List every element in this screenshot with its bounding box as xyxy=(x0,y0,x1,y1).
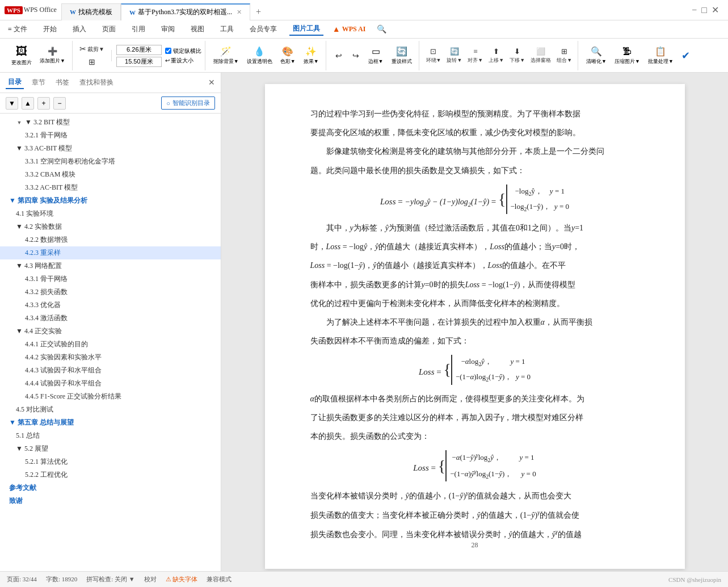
wrap-button[interactable]: ⊡ 环绕▼ xyxy=(424,46,444,65)
tab-wps-templates[interactable]: W 找稿壳模板 xyxy=(61,3,121,20)
search-icon[interactable]: 🔍 xyxy=(377,24,386,34)
csdn-watermark: CSDN @shejizuopin xyxy=(668,576,721,583)
toc-list: ▼▼ 3.2 BIT 模型 3.2.1 骨干网络 ▼ 3.3 AC-BIT 模型… xyxy=(0,114,221,571)
minimize-button[interactable]: − xyxy=(692,5,697,15)
redo-button[interactable]: ↪ xyxy=(348,50,364,62)
height-input[interactable] xyxy=(116,57,162,67)
toc-item-algo-opt[interactable]: 5.2.1 算法优化 xyxy=(0,455,221,468)
menu-insert[interactable]: 插入 xyxy=(69,23,90,35)
toc-item-ortho-goal[interactable]: 4.4.1 正交试验的目的 xyxy=(0,338,221,351)
toc-item-prospect[interactable]: ▼ 5.2 展望 xyxy=(0,442,221,455)
confirm-button[interactable]: ✔ xyxy=(678,48,694,63)
toc-item-compare-test[interactable]: 4.5 对比测试 xyxy=(0,403,221,416)
toc-item-ortho-combo2[interactable]: 4.4.4 试验因子和水平组合 xyxy=(0,377,221,390)
menu-tools[interactable]: 工具 xyxy=(217,23,237,35)
toc-item-data-aug[interactable]: 4.2.2 数据增强 xyxy=(0,233,221,246)
toc-item-activation[interactable]: 4.3.4 激活函数 xyxy=(0,312,221,325)
sidebar-controls: ▼ ▲ + − ○ 智能识别目录 xyxy=(0,93,221,114)
sidebar-close-button[interactable]: ✕ xyxy=(208,78,215,87)
toc-item-exp-env[interactable]: 4.1 实验环境 xyxy=(0,207,221,220)
expand-up-button[interactable]: ▲ xyxy=(22,97,34,110)
select-pane-button[interactable]: ⬜ 选择窗格 xyxy=(528,46,553,65)
formula1-container: Loss = −ylog2ŷ − (1−y)log2(1−ŷ) = { −log… xyxy=(310,185,639,214)
toc-item-net-config[interactable]: ▼ 4.3 网络配置 xyxy=(0,259,221,272)
toc-item-optimizer[interactable]: 4.3.3 优化器 xyxy=(0,299,221,312)
border-button[interactable]: ▭ 边框▼ xyxy=(365,45,387,66)
group-button[interactable]: ⊞ 组合▼ xyxy=(554,46,574,65)
maximize-button[interactable]: □ xyxy=(701,5,707,15)
toc-item-chap5[interactable]: ▼ 第五章 总结与展望 xyxy=(0,416,221,429)
menu-view[interactable]: 视图 xyxy=(187,23,208,35)
proofread-button[interactable]: 校对 xyxy=(144,575,157,584)
add-item-button[interactable]: + xyxy=(37,97,50,110)
menu-image-tools[interactable]: 图片工具 xyxy=(289,23,323,36)
align-button[interactable]: ≡ 对齐▼ xyxy=(465,46,485,65)
spell-check[interactable]: 拼写检查: 关闭 ▼ xyxy=(86,575,134,584)
expand-down-button[interactable]: ▼ xyxy=(6,97,18,110)
move-up-button[interactable]: ⬆ 上移▼ xyxy=(486,46,506,65)
toc-item-acknowledgment[interactable]: 致谢 xyxy=(0,494,221,508)
crop-button[interactable]: ✂ 裁剪▼ xyxy=(77,43,107,55)
toc-item-backbone1[interactable]: 3.2.1 骨干网络 xyxy=(0,129,221,142)
batch-process-button[interactable]: 📋 批量处理▼ xyxy=(645,45,677,66)
sidebar-tab-chapters[interactable]: 章节 xyxy=(30,77,48,89)
crop-shape-button[interactable]: ⊞ xyxy=(84,56,100,68)
toolbar-border-group: ↩ ↪ ▭ 边框▼ 🔄 重设样式 xyxy=(327,41,419,70)
tab-document[interactable]: W 基于Python3.7实现的双时相遥... ✕ xyxy=(121,3,250,20)
remove-item-button[interactable]: − xyxy=(53,97,66,110)
sidebar-tab-bookmarks[interactable]: 书签 xyxy=(53,77,71,89)
menu-home[interactable]: 开始 xyxy=(40,23,60,35)
move-down-button[interactable]: ⬇ 下移▼ xyxy=(507,46,527,65)
change-image-button[interactable]: 🖼 更改图片 xyxy=(8,44,35,68)
toc-item-eng-opt[interactable]: 5.2.2 工程优化 xyxy=(0,468,221,481)
toc-item-ac-bit-model[interactable]: 3.3.2 AC-BIT 模型 xyxy=(0,181,221,194)
toc-item-summary[interactable]: 5.1 总结 xyxy=(0,429,221,442)
doc-para3-cont2: Loss = −log(1−ŷ)，ŷ的值越小（越接近真实样本），Loss的值越小… xyxy=(310,258,639,272)
formula3-container: Loss = { −α(1−ŷ)γlog2ŷ， y = 1 −(1−α)ŷγlo… xyxy=(310,450,639,481)
color-button[interactable]: 🎨 色彩▼ xyxy=(277,45,299,66)
toc-item-ortho-exp[interactable]: ▼ 4.4 正交实验 xyxy=(0,325,221,338)
toc-item-aspp[interactable]: 3.3.1 空洞空间卷积池化金字塔 xyxy=(0,155,221,168)
remove-bg-button[interactable]: 🪄 抠除背景▼ xyxy=(210,45,242,66)
toc-item-loss-func[interactable]: 4.3.2 损失函数 xyxy=(0,286,221,299)
missing-font-warning[interactable]: ⚠ 缺失字体 xyxy=(166,575,197,584)
sidebar-tab-toc[interactable]: 目录 xyxy=(6,76,24,89)
undo-button[interactable]: ↩ xyxy=(331,50,347,62)
toc-item-chap4[interactable]: ▼ 第四章 实验及结果分析 xyxy=(0,194,221,207)
doc-area[interactable]: 习的过程中学习到一些伪变化特征，影响模型的预测精度。为了平衡样本数据 要提高变化… xyxy=(221,73,728,571)
toc-item-ortho-combo1[interactable]: 4.4.3 试验因子和水平组合 xyxy=(0,364,221,377)
toc-item-f1-score[interactable]: 4.4.5 F1-Score 正交试验分析结果 xyxy=(0,390,221,403)
menu-file[interactable]: ≡ 文件 xyxy=(5,23,31,35)
toc-item-ortho-factors[interactable]: 4.4.2 实验因素和实验水平 xyxy=(0,351,221,364)
toc-item-exp-data[interactable]: ▼ 4.2 实验数据 xyxy=(0,220,221,233)
sidebar-tab-find-replace[interactable]: 查找和替换 xyxy=(77,77,116,89)
toc-item-ac-bit[interactable]: ▼ 3.3 AC-BIT 模型 xyxy=(0,142,221,155)
menu-page[interactable]: 页面 xyxy=(99,23,119,35)
add-image-button[interactable]: ➕ 添加图片▼ xyxy=(36,45,69,66)
set-transparent-button[interactable]: 💧 设置透明色 xyxy=(243,45,276,66)
formula3-cases: −α(1−ŷ)γlog2ŷ， y = 1 −(1−α)ŷγlog2(1−ŷ)， … xyxy=(445,450,536,481)
new-tab-button[interactable]: + xyxy=(250,5,267,19)
compress-image-button[interactable]: 🗜 压缩图片▼ xyxy=(611,45,643,66)
toc-item-backbone2[interactable]: 4.3.1 骨干网络 xyxy=(0,272,221,286)
toolbar-crop-group: ✂ 裁剪▼ ⊞ 锁定纵横比 ↩ 重设大小 xyxy=(74,41,205,70)
width-input[interactable] xyxy=(116,45,162,55)
menu-reference[interactable]: 引用 xyxy=(128,23,149,35)
doc-para6-cont1: 损失函数的值变大；当变化样本被正确分类时，ŷ的值越大，(1−ŷ)γ的值就会使 xyxy=(310,508,639,522)
sharpen-button[interactable]: 🔍 清晰化▼ xyxy=(583,45,610,66)
effects-button[interactable]: ✨ 效果▼ xyxy=(300,45,322,66)
reset-style-button[interactable]: 🔄 重设样式 xyxy=(388,45,415,66)
doc-para3-cont3: 衡样本中，损失函数更多的计算y=0时的损失Loss = −log(1−ŷ)，从而… xyxy=(310,278,639,292)
rotate-button[interactable]: 🔄 旋转▼ xyxy=(444,46,464,65)
tab-close-icon[interactable]: ✕ xyxy=(237,9,242,16)
toc-item-resample[interactable]: 4.2.3 重采样 xyxy=(0,246,221,259)
lock-aspect-ratio-checkbox[interactable]: 锁定纵横比 xyxy=(165,47,201,55)
wps-ai-button[interactable]: ▲ WPS AI xyxy=(333,25,366,34)
toc-item-references[interactable]: 参考文献 xyxy=(0,481,221,494)
menu-review[interactable]: 审阅 xyxy=(158,23,178,35)
menu-vip[interactable]: 会员专享 xyxy=(246,23,280,35)
close-button[interactable]: ✕ xyxy=(712,5,719,15)
toc-item-bit-model[interactable]: ▼▼ 3.2 BIT 模型 xyxy=(0,116,221,129)
toc-item-cbam[interactable]: 3.3.2 CBAM 模块 xyxy=(0,168,221,181)
smart-toc-button[interactable]: ○ 智能识别目录 xyxy=(161,97,215,110)
